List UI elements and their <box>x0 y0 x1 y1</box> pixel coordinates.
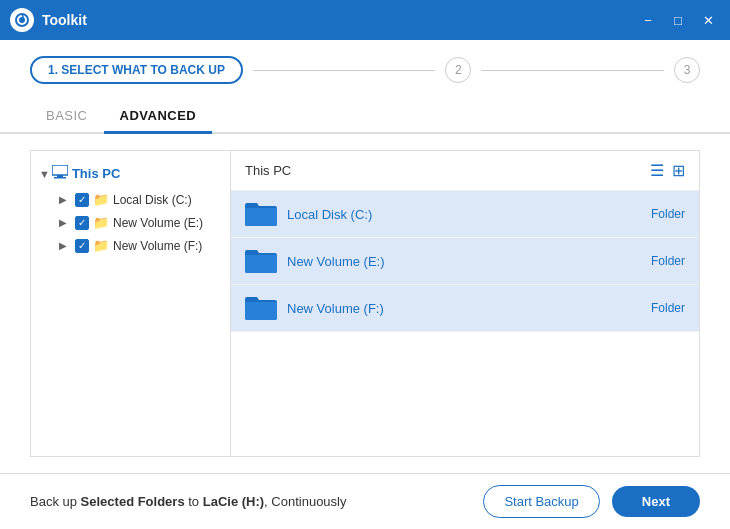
file-type-2: Folder <box>651 301 685 315</box>
file-name-0: Local Disk (C:) <box>287 207 651 222</box>
window-controls: − □ ✕ <box>636 8 720 32</box>
svg-rect-4 <box>54 177 66 179</box>
info-prefix: Back up <box>30 494 81 509</box>
root-label: This PC <box>72 166 120 181</box>
info-middle: to <box>185 494 203 509</box>
tab-advanced[interactable]: ADVANCED <box>104 100 213 134</box>
svg-rect-2 <box>52 165 68 175</box>
file-type-0: Folder <box>651 207 685 221</box>
file-row-0[interactable]: Local Disk (C:) Folder <box>231 191 699 238</box>
root-pc-icon <box>52 165 68 182</box>
minimize-button[interactable]: − <box>636 8 660 32</box>
list-view-icon[interactable]: ☰ <box>650 161 664 180</box>
arrow-0: ▶ <box>59 194 73 205</box>
step-line-2 <box>481 70 664 71</box>
folder-svg-0 <box>245 201 277 227</box>
arrow-1: ▶ <box>59 217 73 228</box>
next-button[interactable]: Next <box>612 486 700 517</box>
folder-icon-2: 📁 <box>93 238 109 253</box>
tree-label-1: New Volume (E:) <box>113 216 203 230</box>
start-backup-button[interactable]: Start Backup <box>483 485 599 518</box>
main-content: 1. SELECT WHAT TO BACK UP 2 3 BASIC ADVA… <box>0 40 730 529</box>
step-1-pill[interactable]: 1. SELECT WHAT TO BACK UP <box>30 56 243 84</box>
checkbox-1[interactable]: ✓ <box>75 216 89 230</box>
arrow-2: ▶ <box>59 240 73 251</box>
file-row-2[interactable]: New Volume (F:) Folder <box>231 285 699 332</box>
tree-label-0: Local Disk (C:) <box>113 193 192 207</box>
checkbox-0[interactable]: ✓ <box>75 193 89 207</box>
step-indicator: 1. SELECT WHAT TO BACK UP 2 3 <box>0 40 730 100</box>
tree-label-2: New Volume (F:) <box>113 239 202 253</box>
step-line-1 <box>253 70 436 71</box>
file-browser: ▼ This PC ▶ ✓ 📁 Local Disk (C:) ▶ <box>30 150 700 457</box>
folder-svg-2 <box>245 295 277 321</box>
tree-item-1[interactable]: ▶ ✓ 📁 New Volume (E:) <box>31 211 230 234</box>
folder-icon-0: 📁 <box>93 192 109 207</box>
tab-basic[interactable]: BASIC <box>30 100 104 134</box>
close-button[interactable]: ✕ <box>696 8 720 32</box>
tree-panel: ▼ This PC ▶ ✓ 📁 Local Disk (C:) ▶ <box>31 151 231 456</box>
root-arrow: ▼ <box>39 168 50 180</box>
app-logo <box>10 8 34 32</box>
app-title: Toolkit <box>42 12 636 28</box>
folder-svg-1 <box>245 248 277 274</box>
view-controls: ☰ ⊞ <box>650 161 685 180</box>
tree-root[interactable]: ▼ This PC <box>31 159 230 188</box>
title-bar: Toolkit − □ ✕ <box>0 0 730 40</box>
bottom-bar: Back up Selected Folders to LaCie (H:), … <box>0 473 730 529</box>
file-list: Local Disk (C:) Folder New Volume (E:) F… <box>231 191 699 456</box>
tree-item-0[interactable]: ▶ ✓ 📁 Local Disk (C:) <box>31 188 230 211</box>
maximize-button[interactable]: □ <box>666 8 690 32</box>
file-row-1[interactable]: New Volume (E:) Folder <box>231 238 699 285</box>
file-panel-header: This PC ☰ ⊞ <box>231 151 699 191</box>
svg-rect-3 <box>57 175 63 177</box>
checkbox-2[interactable]: ✓ <box>75 239 89 253</box>
info-suffix: , Continuously <box>264 494 346 509</box>
bottom-info: Back up Selected Folders to LaCie (H:), … <box>30 494 347 509</box>
grid-view-icon[interactable]: ⊞ <box>672 161 685 180</box>
folder-icon-1: 📁 <box>93 215 109 230</box>
bottom-buttons: Start Backup Next <box>483 485 700 518</box>
tabs: BASIC ADVANCED <box>0 100 730 134</box>
info-strong: Selected Folders <box>81 494 185 509</box>
file-type-1: Folder <box>651 254 685 268</box>
step-2-circle[interactable]: 2 <box>445 57 471 83</box>
file-name-1: New Volume (E:) <box>287 254 651 269</box>
tree-item-2[interactable]: ▶ ✓ 📁 New Volume (F:) <box>31 234 230 257</box>
info-device: LaCie (H:) <box>203 494 264 509</box>
file-panel-title: This PC <box>245 163 291 178</box>
file-name-2: New Volume (F:) <box>287 301 651 316</box>
file-panel: This PC ☰ ⊞ Local Disk (C:) Folder <box>231 151 699 456</box>
step-3-circle[interactable]: 3 <box>674 57 700 83</box>
